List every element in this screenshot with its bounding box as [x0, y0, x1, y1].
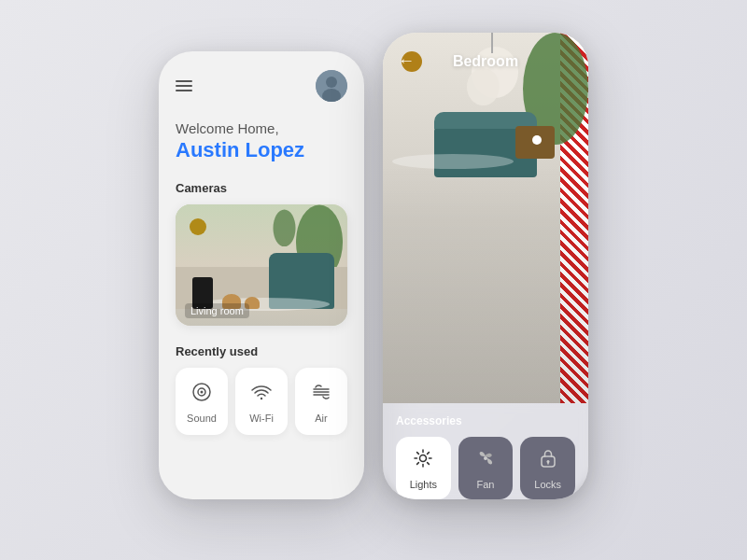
svg-line-14	[428, 453, 430, 455]
lamp-2	[467, 68, 500, 105]
accessories-panel: Accessories	[383, 403, 588, 499]
accessory-locks[interactable]: Locks	[520, 437, 575, 499]
svg-line-12	[417, 453, 419, 455]
svg-point-6	[261, 398, 262, 399]
svg-point-7	[420, 455, 427, 462]
room-name-label: Bedroom	[453, 53, 518, 70]
lights-label: Lights	[410, 479, 437, 490]
accessory-fan[interactable]: Fan	[458, 437, 514, 499]
locks-label: Locks	[534, 479, 561, 490]
svg-point-1	[326, 77, 337, 88]
cameras-card[interactable]: Living room	[176, 204, 347, 326]
bedroom-scene	[383, 33, 588, 403]
accessories-title: Accessories	[396, 414, 575, 427]
user-name: Austin Lopez	[176, 138, 347, 162]
wifi-icon	[248, 379, 275, 405]
air-icon	[308, 379, 334, 405]
svg-point-5	[201, 391, 204, 394]
accessories-grid: Lights Fan	[396, 437, 575, 499]
lamp-cord	[491, 33, 493, 53]
phones-container: Welcome Home, Austin Lopez Cameras	[159, 33, 588, 527]
menu-button[interactable]	[176, 80, 192, 91]
back-button[interactable]: ←	[398, 51, 415, 71]
fan-label: Fan	[477, 479, 495, 490]
wifi-label: Wi-Fi	[249, 413, 274, 424]
svg-line-15	[417, 463, 419, 465]
bedroom-view: ← Bedroom	[383, 33, 588, 403]
phone-left: Welcome Home, Austin Lopez Cameras	[159, 51, 364, 499]
locks-icon	[539, 448, 557, 471]
camera-room-label: Living room	[185, 303, 249, 318]
floor-shadow	[383, 163, 588, 403]
dot-indicator	[532, 135, 542, 145]
accessory-lights[interactable]: Lights	[396, 437, 451, 499]
air-label: Air	[315, 413, 327, 424]
cameras-section-title: Cameras	[176, 181, 347, 195]
phone-right: ← Bedroom Accessories	[383, 33, 588, 499]
recently-used-title: Recently used	[176, 344, 347, 358]
device-card-air[interactable]: Air	[295, 368, 347, 435]
svg-line-13	[428, 463, 430, 465]
fan-icon	[475, 448, 496, 471]
sound-label: Sound	[187, 413, 217, 424]
svg-point-16	[484, 456, 487, 460]
recently-used-grid: Sound Wi-Fi	[176, 368, 347, 435]
lights-icon	[413, 448, 433, 471]
welcome-section: Welcome Home, Austin Lopez	[176, 120, 347, 162]
avatar[interactable]	[316, 70, 347, 102]
left-header	[176, 70, 347, 102]
device-card-wifi[interactable]: Wi-Fi	[235, 368, 288, 435]
device-card-sound[interactable]: Sound	[176, 368, 228, 435]
sound-icon	[189, 379, 215, 405]
greeting-text: Welcome Home,	[176, 120, 347, 136]
